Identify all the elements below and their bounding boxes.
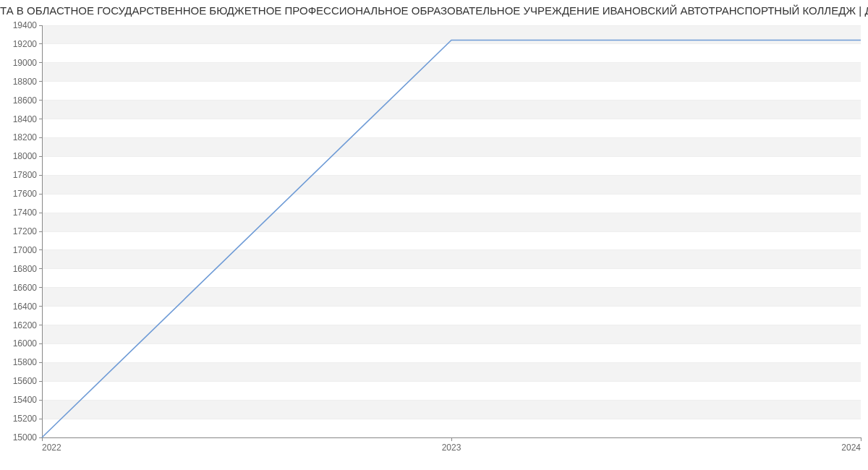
y-tick-label: 16000 [13, 338, 38, 349]
y-tick-label: 15600 [13, 376, 38, 386]
grid-band [42, 213, 861, 231]
grid-band [42, 250, 861, 269]
y-tick-label: 16600 [13, 283, 38, 293]
y-tick-label: 19000 [13, 58, 38, 68]
grid-band [42, 25, 861, 44]
grid-band [42, 362, 861, 381]
grid-band [42, 288, 861, 307]
y-tick-label: 18000 [13, 151, 38, 161]
grid-band [42, 400, 861, 419]
y-tick-label: 15200 [13, 414, 38, 424]
y-tick-label: 17800 [13, 170, 38, 180]
y-tick-label: 18800 [13, 77, 38, 87]
y-tick-label: 17600 [13, 189, 38, 199]
x-tick-label: 2022 [42, 443, 61, 453]
grid-band [42, 325, 861, 344]
y-tick-label: 19200 [13, 39, 38, 49]
y-tick-label: 16400 [13, 302, 38, 312]
x-tick-label: 2024 [841, 443, 861, 453]
y-tick-label: 16200 [13, 320, 38, 330]
y-tick-label: 15000 [13, 432, 38, 443]
grid-band [42, 63, 861, 82]
y-tick-label: 16800 [13, 264, 38, 274]
y-tick-label: 18200 [13, 132, 38, 142]
chart-svg: 1500015200154001560015800160001620016400… [0, 20, 868, 461]
grid-band [42, 101, 861, 119]
y-tick-label: 17000 [13, 245, 38, 255]
chart-title: ТА В ОБЛАСТНОЕ ГОСУДАРСТВЕННОЕ БЮДЖЕТНОЕ… [0, 0, 868, 20]
y-tick-label: 15800 [13, 357, 38, 367]
y-tick-label: 17200 [13, 226, 38, 236]
y-tick-label: 18600 [13, 95, 38, 106]
grid-band [42, 175, 861, 194]
x-tick-label: 2023 [442, 443, 461, 453]
chart-area: 1500015200154001560015800160001620016400… [0, 20, 868, 461]
y-tick-label: 19400 [13, 20, 38, 30]
y-tick-label: 15400 [13, 395, 38, 405]
y-tick-label: 18400 [13, 114, 38, 124]
y-tick-label: 17400 [13, 208, 38, 218]
grid-band [42, 137, 861, 156]
